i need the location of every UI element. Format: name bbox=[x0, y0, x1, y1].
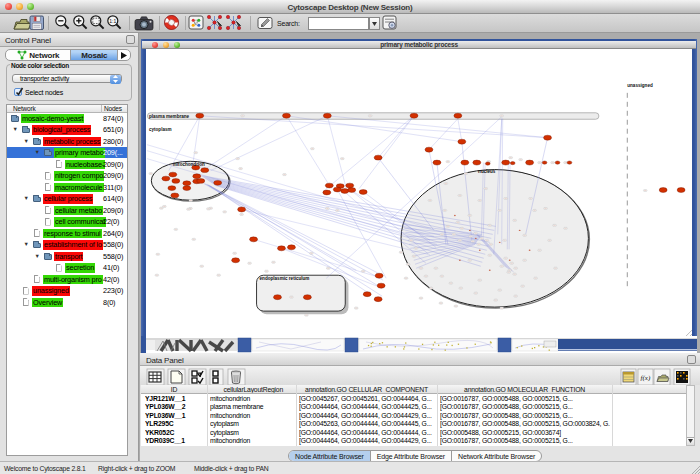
svg-text:1:1: 1:1 bbox=[109, 18, 116, 24]
svg-text:mitochondrion: mitochondrion bbox=[173, 161, 205, 166]
svg-text:cytoplasm: cytoplasm bbox=[149, 126, 172, 131]
svg-text:unassigned: unassigned bbox=[627, 83, 653, 88]
svg-text:f(x): f(x) bbox=[641, 374, 651, 382]
svg-text:nucleus: nucleus bbox=[478, 169, 496, 174]
svg-text:plasma membrane: plasma membrane bbox=[149, 113, 190, 118]
svg-text:endoplasmic reticulum: endoplasmic reticulum bbox=[260, 276, 310, 281]
